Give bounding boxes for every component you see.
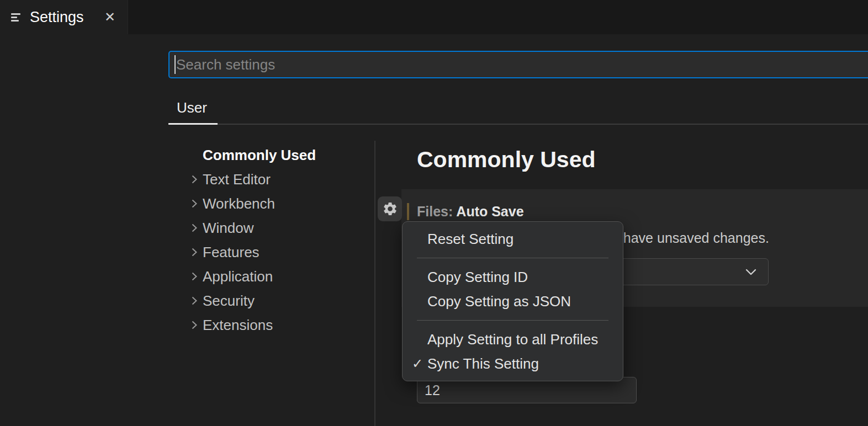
toc-item-label: Workbench <box>203 195 275 212</box>
toc-item-security[interactable]: Security <box>188 289 370 313</box>
gear-icon <box>382 201 398 217</box>
toc-item-label: Commonly Used <box>203 147 316 164</box>
chevron-right-icon <box>188 318 201 332</box>
toc-item-label: Features <box>203 244 260 261</box>
menu-item-copy-setting-id[interactable]: Copy Setting ID <box>403 265 623 289</box>
tab-settings[interactable]: Settings ✕ <box>0 0 128 34</box>
toc-item-label: Window <box>203 220 253 237</box>
menu-item-copy-setting-as-json[interactable]: Copy Setting as JSON <box>403 289 623 313</box>
text-cursor <box>174 55 176 74</box>
menu-item-label: Copy Setting ID <box>427 269 528 286</box>
menu-item-label: Copy Setting as JSON <box>427 293 571 310</box>
toc-item-text-editor[interactable]: Text Editor <box>188 167 370 191</box>
settings-toc: Commonly Used Text Editor Workbench Wind… <box>188 143 370 337</box>
section-heading: Commonly Used <box>417 147 596 173</box>
menu-item-label: Sync This Setting <box>427 355 539 372</box>
setting-title: Files: Auto Save <box>417 204 524 220</box>
chevron-right-icon <box>188 197 201 210</box>
toc-item-commonly-used[interactable]: Commonly Used <box>188 143 370 167</box>
tab-row-divider <box>218 124 868 125</box>
close-icon[interactable]: ✕ <box>102 8 118 26</box>
chevron-right-icon <box>188 294 201 307</box>
toc-item-extensions[interactable]: Extensions <box>188 313 370 337</box>
toc-item-label: Text Editor <box>203 171 271 188</box>
tab-user[interactable]: User <box>177 99 207 116</box>
toc-item-window[interactable]: Window <box>188 216 370 240</box>
setting-category: Files: <box>417 204 456 219</box>
toc-item-application[interactable]: Application <box>188 264 370 289</box>
menu-item-sync-this-setting[interactable]: ✓ Sync This Setting <box>403 352 623 376</box>
chevron-right-icon <box>188 270 201 283</box>
tab-title: Settings <box>30 9 102 26</box>
chevron-right-icon <box>188 246 201 259</box>
check-icon: ✓ <box>412 356 427 371</box>
context-menu: Reset Setting Copy Setting ID Copy Setti… <box>402 221 623 381</box>
menu-item-reset-setting[interactable]: Reset Setting <box>403 227 623 251</box>
menu-divider <box>417 258 608 258</box>
menu-divider <box>417 320 608 321</box>
toc-item-workbench[interactable]: Workbench <box>188 191 370 216</box>
setting-name: Auto Save <box>456 204 523 219</box>
chevron-right-icon <box>188 173 201 186</box>
search-input[interactable] <box>168 51 868 78</box>
toc-item-label: Application <box>203 268 273 285</box>
menu-item-apply-setting-to-all-profiles[interactable]: Apply Setting to all Profiles <box>403 327 623 352</box>
menu-item-label: Apply Setting to all Profiles <box>427 331 598 348</box>
toc-item-label: Security <box>203 292 255 310</box>
toc-item-label: Extensions <box>203 317 273 334</box>
menu-item-label: Reset Setting <box>427 231 514 248</box>
setting-gear-button[interactable] <box>378 196 402 221</box>
toc-item-features[interactable]: Features <box>188 240 370 264</box>
chevron-right-icon <box>188 221 201 235</box>
settings-editor-icon <box>10 10 23 24</box>
active-tab-underline <box>168 123 218 125</box>
tab-bar: Settings ✕ <box>0 0 868 34</box>
toc-content-divider <box>374 141 375 426</box>
settings-editor-window: Settings ✕ User Commonly Used Text Edito… <box>0 0 868 426</box>
chevron-down-icon <box>743 264 759 280</box>
modified-setting-indicator <box>407 203 409 220</box>
